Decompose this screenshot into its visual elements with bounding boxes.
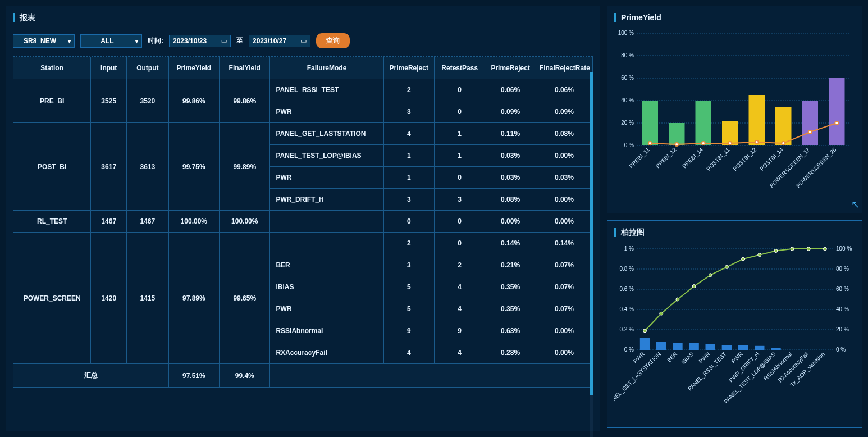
cell-finalyield: 99.89% bbox=[220, 123, 270, 211]
source-select[interactable]: SR8_NEW ▾ bbox=[13, 34, 75, 48]
col-output: Output bbox=[127, 57, 168, 79]
cell-pr2: 0.00% bbox=[485, 211, 536, 233]
col-finalyield: FinalYield bbox=[220, 57, 270, 79]
scope-value: ALL bbox=[100, 37, 113, 45]
cell-pr: 4 bbox=[383, 123, 434, 145]
date-to-input[interactable]: 2023/10/27 ▭ bbox=[249, 35, 310, 47]
svg-rect-68 bbox=[755, 346, 765, 350]
source-value: SR8_NEW bbox=[24, 37, 56, 45]
svg-point-31 bbox=[728, 142, 732, 145]
table-row: PRE_BI3525352099.86%99.86%PANEL_RSSI_TES… bbox=[13, 79, 593, 101]
cell-frr: 0.00% bbox=[536, 189, 592, 211]
svg-rect-12 bbox=[642, 101, 659, 145]
svg-rect-54 bbox=[640, 338, 650, 350]
svg-point-87 bbox=[791, 247, 794, 251]
svg-point-84 bbox=[742, 257, 745, 261]
cell-pr: 5 bbox=[383, 298, 434, 320]
chevron-down-icon: ▾ bbox=[68, 38, 71, 44]
cell-finalyield: 100.00% bbox=[220, 211, 270, 233]
svg-text:0 %: 0 % bbox=[836, 347, 846, 353]
cell-failuremode: RXAccuracyFail bbox=[270, 342, 383, 364]
svg-point-34 bbox=[808, 130, 812, 134]
cell-pr2: 0.09% bbox=[485, 101, 536, 123]
report-title: 报表 bbox=[20, 13, 35, 23]
svg-point-29 bbox=[675, 143, 678, 146]
cell-station: PRE_BI bbox=[13, 79, 91, 123]
cell-pr2: 0.08% bbox=[485, 189, 536, 211]
svg-text:0.6 %: 0.6 % bbox=[619, 286, 634, 292]
cell-frr: 0.09% bbox=[536, 101, 592, 123]
svg-text:PWR: PWR bbox=[697, 351, 711, 365]
pareto-header: 柏拉图 bbox=[614, 227, 855, 238]
pareto-title: 柏拉图 bbox=[621, 227, 645, 238]
cell-pr: 5 bbox=[383, 276, 434, 298]
svg-text:40 %: 40 % bbox=[836, 306, 849, 312]
svg-text:PWR: PWR bbox=[632, 351, 646, 365]
svg-text:IBIAS: IBIAS bbox=[680, 350, 695, 365]
table-row: POWER_SCREEN1420141597.89%99.65%200.14%0… bbox=[13, 233, 593, 254]
cell-output: 3613 bbox=[127, 123, 168, 211]
cell-failuremode: RSSIAbnormal bbox=[270, 320, 383, 342]
col-retestpass: RetestPass bbox=[435, 57, 485, 79]
cell-failuremode: PANEL_TEST_LOP@IBIAS bbox=[270, 145, 383, 167]
cell-primeyield: 99.86% bbox=[168, 79, 219, 123]
svg-point-30 bbox=[702, 142, 705, 145]
date-from-input[interactable]: 2023/10/23 ▭ bbox=[169, 35, 231, 47]
svg-text:BER: BER bbox=[666, 351, 678, 363]
query-button[interactable]: 查询 bbox=[316, 33, 350, 48]
svg-point-89 bbox=[823, 247, 826, 251]
scrollbar-thumb[interactable] bbox=[590, 72, 593, 395]
cell-pr: 1 bbox=[383, 167, 434, 189]
cursor-icon: ↖ bbox=[851, 198, 860, 211]
cell-rp: 0 bbox=[435, 233, 485, 254]
table-row: POST_BI3617361399.75%99.89%PANEL_GET_LAS… bbox=[13, 123, 593, 145]
col-station: Station bbox=[13, 57, 91, 79]
svg-point-32 bbox=[755, 140, 759, 144]
col-primeyield: PrimeYield bbox=[168, 57, 219, 79]
svg-text:0.8 %: 0.8 % bbox=[619, 266, 634, 272]
cell-pr: 3 bbox=[383, 189, 434, 211]
svg-point-86 bbox=[774, 249, 778, 253]
cell-pr: 4 bbox=[383, 342, 434, 364]
cell-pr: 9 bbox=[383, 320, 434, 342]
cell-pr2: 0.63% bbox=[485, 320, 536, 342]
cell-frr: 0.06% bbox=[536, 79, 592, 101]
cell-input: 3617 bbox=[91, 123, 127, 211]
scrollbar[interactable] bbox=[590, 72, 593, 437]
cell-pr2: 0.11% bbox=[485, 123, 536, 145]
svg-point-33 bbox=[782, 142, 785, 145]
svg-point-88 bbox=[807, 247, 810, 251]
svg-rect-24 bbox=[802, 101, 819, 145]
cell-station: POST_BI bbox=[13, 123, 91, 211]
svg-text:POSTBI_12: POSTBI_12 bbox=[732, 146, 758, 172]
svg-point-28 bbox=[648, 142, 652, 145]
svg-rect-70 bbox=[771, 348, 781, 350]
header-accent bbox=[614, 13, 616, 22]
col-finalrejectrate: FinalRejectRate bbox=[536, 57, 592, 79]
svg-text:PWR: PWR bbox=[730, 351, 744, 365]
cell-rp: 0 bbox=[435, 101, 485, 123]
svg-rect-60 bbox=[689, 343, 699, 350]
cell-pr: 3 bbox=[383, 254, 434, 276]
svg-point-78 bbox=[643, 329, 647, 333]
cell-frr: 0.07% bbox=[536, 254, 592, 276]
primeyield-panel: PrimeYield 0 %20 %40 %60 %80 %100 %PREBI… bbox=[607, 6, 862, 213]
summary-row: 汇总97.51%99.4% bbox=[13, 364, 593, 388]
filter-row: SR8_NEW ▾ ALL ▾ 时间: 2023/10/23 ▭ 至 2023/… bbox=[13, 29, 593, 57]
cell-frr: 0.08% bbox=[536, 123, 592, 145]
cell-rp: 0 bbox=[435, 167, 485, 189]
summary-primeyield: 97.51% bbox=[168, 364, 219, 388]
cell-pr2: 0.21% bbox=[485, 254, 536, 276]
svg-text:0 %: 0 % bbox=[624, 347, 634, 353]
cell-pr: 2 bbox=[383, 79, 434, 101]
cell-pr2: 0.06% bbox=[485, 79, 536, 101]
svg-point-85 bbox=[758, 253, 761, 257]
svg-text:PREBI_12: PREBI_12 bbox=[655, 146, 678, 169]
svg-point-35 bbox=[835, 121, 838, 125]
cell-rp: 4 bbox=[435, 276, 485, 298]
cell-pr2: 0.03% bbox=[485, 167, 536, 189]
scope-select[interactable]: ALL ▾ bbox=[80, 34, 142, 48]
svg-rect-26 bbox=[829, 78, 845, 145]
cell-failuremode bbox=[270, 233, 383, 254]
cell-primeyield: 97.89% bbox=[168, 233, 219, 364]
